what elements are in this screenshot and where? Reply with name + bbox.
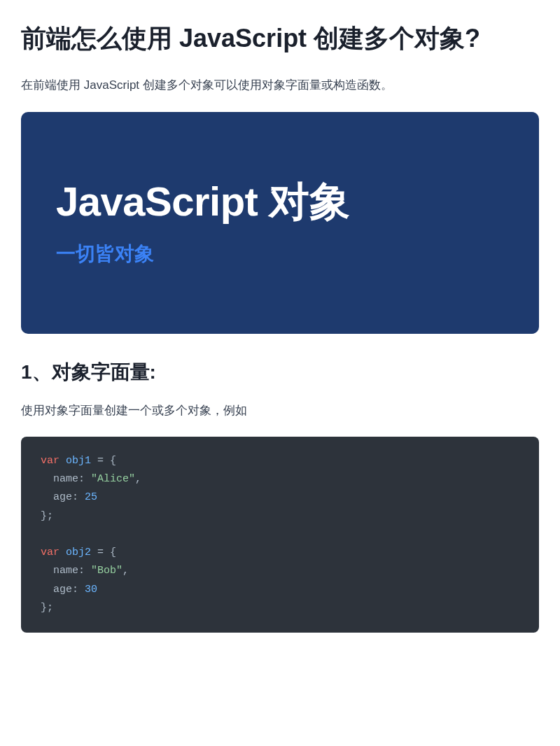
hero-title: JavaScript 对象 [56,175,504,230]
hero-subtitle: 一切皆对象 [56,241,504,267]
code-punct: , [135,473,141,485]
code-string: "Bob" [91,565,122,577]
code-punct: , [122,565,129,577]
page-title: 前端怎么使用 JavaScript 创建多个对象? [21,21,539,56]
hero-banner: JavaScript 对象 一切皆对象 [21,112,539,334]
code-keyword: var [41,455,59,467]
section-heading-1: 1、对象字面量: [21,359,539,386]
code-punct: : [78,565,91,577]
code-punct: : [72,584,85,596]
code-variable: obj2 [66,547,91,558]
code-punct: : [72,491,85,503]
code-punct: = { [97,455,116,467]
code-keyword: var [41,547,59,558]
intro-paragraph: 在前端使用 JavaScript 创建多个对象可以使用对象字面量或构造函数。 [21,76,539,94]
code-punct: = { [97,547,116,558]
code-number: 30 [85,584,97,596]
code-property: name [53,473,78,485]
code-variable: obj1 [66,455,91,467]
code-number: 25 [85,491,97,503]
code-punct: }; [41,510,53,522]
code-punct: }; [41,602,53,614]
code-property: age [53,584,72,596]
code-property: age [53,491,72,503]
code-property: name [53,565,78,577]
code-block-1: var obj1 = { name: "Alice", age: 25 }; v… [21,437,539,633]
code-punct: : [78,473,91,485]
code-string: "Alice" [91,473,135,485]
section-description-1: 使用对象字面量创建一个或多个对象，例如 [21,401,539,420]
